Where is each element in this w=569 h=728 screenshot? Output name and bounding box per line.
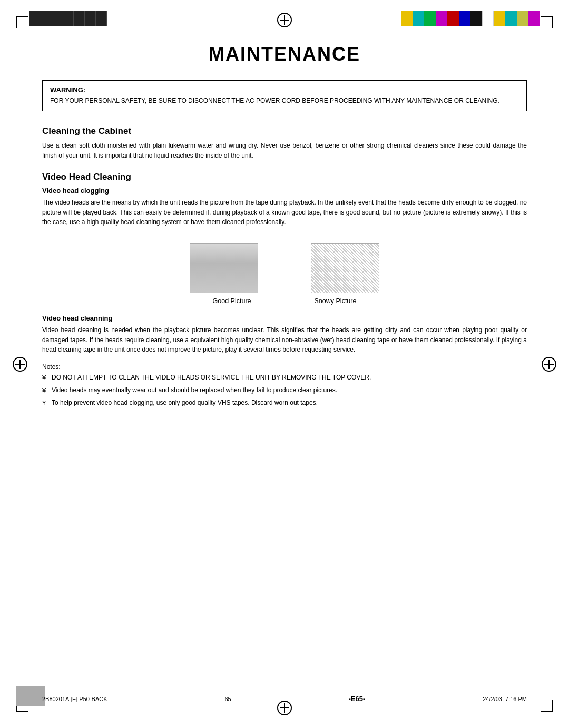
cleanning-body: Video head cleaning is needed when the p…: [42, 325, 527, 355]
cleanning-heading: Video head cleanning: [42, 314, 527, 322]
clogging-subsection: Video head clogging The video heads are …: [42, 187, 527, 227]
stripe-1: [29, 11, 40, 26]
picture-area: [42, 243, 527, 293]
left-crosshair: [13, 357, 27, 372]
snowy-picture-box: [311, 243, 379, 293]
good-picture-box: [190, 243, 258, 293]
note-bullet-2: ¥: [42, 385, 52, 396]
bot-crosshair: [277, 701, 292, 715]
clogging-body: The video heads are the means by which t…: [42, 198, 527, 227]
note-item-3: ¥ To help prevent video head clogging, u…: [42, 398, 527, 409]
footer-left: 2B80201A [E] P50-BACK: [42, 696, 107, 702]
footer-right: 24/2/03, 7:16 PM: [483, 696, 527, 702]
warning-box: WARNING: FOR YOUR PERSONAL SAFETY, BE SU…: [42, 80, 527, 111]
note-item-1: ¥ DO NOT ATTEMPT TO CLEAN THE VIDEO HEAD…: [42, 373, 527, 383]
color-stripe-cyan2: [505, 11, 517, 26]
note-bullet-1: ¥: [42, 373, 52, 383]
stripe-2: [40, 11, 51, 26]
header-row: [0, 0, 569, 33]
picture-labels: Good Picture Snowy Picture: [42, 297, 527, 305]
footer: 2B80201A [E] P50-BACK 65 -E65- 24/2/03, …: [0, 695, 569, 703]
cleaning-body: Use a clean soft cloth moistened with pl…: [42, 141, 527, 160]
video-head-section: Video Head Cleaning Video head clogging …: [42, 172, 527, 409]
footer-center: -E65-: [349, 695, 366, 703]
footer-page-label: -E65-: [349, 695, 366, 703]
stripe-5: [74, 11, 85, 26]
page: MAINTENANCE WARNING: FOR YOUR PERSONAL S…: [0, 0, 569, 728]
color-stripe-red: [447, 11, 459, 26]
color-stripe-yellow: [401, 11, 413, 26]
color-stripe-bar-right: [401, 11, 540, 26]
header-left-group: [29, 11, 107, 26]
cleaning-section: Cleaning the Cabinet Use a clean soft cl…: [42, 126, 527, 160]
note-text-3: To help prevent video head clogging, use…: [52, 398, 318, 408]
stripe-6: [85, 11, 96, 26]
video-head-heading: Video Head Cleaning: [42, 172, 527, 182]
warning-text: FOR YOUR PERSONAL SAFETY, BE SURE TO DIS…: [50, 96, 519, 105]
color-stripe-green: [424, 11, 436, 26]
right-crosshair: [542, 357, 556, 372]
color-stripe-black: [470, 11, 482, 26]
good-picture-label: Good Picture: [213, 297, 251, 305]
clogging-heading: Video head clogging: [42, 187, 527, 195]
black-stripe-bar-left: [29, 11, 107, 26]
main-content: MAINTENANCE WARNING: FOR YOUR PERSONAL S…: [0, 33, 569, 452]
good-picture-group: [190, 243, 258, 293]
color-stripe-olive: [517, 11, 528, 26]
color-stripe-magenta2: [528, 11, 540, 26]
note-bullet-3: ¥: [42, 398, 52, 409]
color-stripe-yellow2: [494, 11, 505, 26]
note-item-2: ¥ Video heads may eventually wear out an…: [42, 385, 527, 396]
stripe-3: [51, 11, 62, 26]
color-stripe-cyan: [413, 11, 424, 26]
note-text-2: Video heads may eventually wear out and …: [52, 385, 337, 395]
stripe-7: [96, 11, 107, 26]
cleanning-subsection: Video head cleanning Video head cleaning…: [42, 314, 527, 355]
color-stripe-blue: [459, 11, 470, 26]
warning-label: WARNING:: [50, 86, 519, 94]
snowy-picture-label: Snowy Picture: [315, 297, 357, 305]
footer-page-num: 65: [224, 696, 231, 702]
color-stripe-magenta: [436, 11, 447, 26]
notes-label: Notes:: [42, 363, 527, 371]
note-text-1: DO NOT ATTEMPT TO CLEAN THE VIDEO HEADS …: [52, 373, 371, 383]
notes-section: Notes: ¥ DO NOT ATTEMPT TO CLEAN THE VID…: [42, 363, 527, 409]
color-stripe-white: [482, 11, 494, 26]
cleaning-heading: Cleaning the Cabinet: [42, 126, 527, 137]
stripe-4: [62, 11, 73, 26]
snowy-picture-group: [311, 243, 379, 293]
page-title: MAINTENANCE: [42, 43, 527, 65]
header-right-group: [401, 11, 540, 26]
